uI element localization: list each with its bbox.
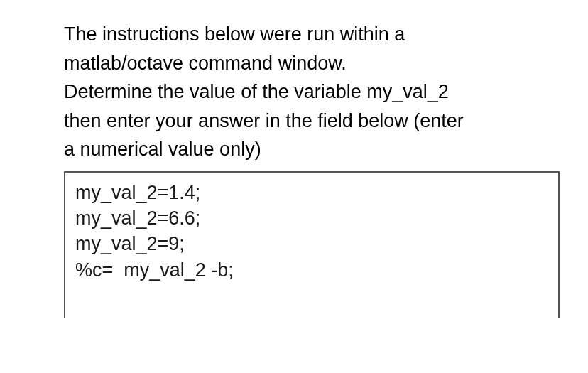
question-line: then enter your answer in the field belo… [64,110,464,131]
code-line: my_val_2=6.6; [75,205,548,231]
code-block: my_val_2=1.4; my_val_2=6.6; my_val_2=9; … [64,171,560,319]
question-line: matlab/octave command window. [64,53,347,74]
code-line: my_val_2=1.4; [75,180,548,205]
code-line: my_val_2=9; [75,231,548,256]
question-line: Determine the value of the variable my_v… [64,81,449,102]
question-line: a numerical value only) [64,139,261,160]
code-line: %c= my_val_2 -b; [75,257,548,283]
question-line: The instructions below were run within a [64,23,405,45]
question-prompt: The instructions below were run within a… [64,20,560,164]
